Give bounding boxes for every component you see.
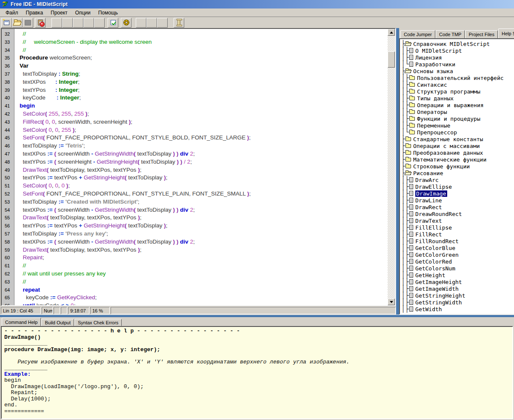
tree-item[interactable]: │├GetImageWidth (401, 285, 514, 292)
tab-project-files[interactable]: Project Files (465, 30, 498, 38)
tree-item[interactable]: │├GetStringWidth (401, 299, 514, 306)
tree-item[interactable]: │├Функции и процедуры (401, 115, 514, 122)
tree-item[interactable]: │├DrawRect (401, 204, 514, 210)
tree-item[interactable]: │├Синтаксис (401, 81, 514, 88)
tree-item[interactable]: │├Структура программы (401, 88, 514, 95)
tree-item[interactable]: │├DrawEllipse (401, 183, 514, 190)
tree-item[interactable]: │├Лицензия (401, 54, 514, 61)
tree-item[interactable]: │├DrawLine (401, 197, 514, 204)
tab-code-tmp[interactable]: Code TMP (436, 30, 465, 38)
tree-connector-lines: ├ (401, 142, 405, 149)
menu-item[interactable]: Файл (2, 9, 22, 17)
tree-item[interactable]: ├Математические функции (401, 156, 514, 163)
tree-item[interactable]: │└Препроцессор (401, 129, 514, 136)
document-icon (409, 252, 413, 257)
code-editor[interactable]: 3233343536373839404142434445464748495051… (1, 28, 396, 306)
code-line: SetFont( FONT_FACE_PROPORTIONAL, FONT_ST… (20, 134, 388, 142)
vertical-splitter[interactable] (396, 28, 399, 315)
tree-item[interactable]: │├GetWidth (401, 306, 514, 312)
tree-item[interactable]: ├Операции с массивами (401, 142, 514, 149)
help-line: Рисуем изображение в буфер экрана. 'X' и… (4, 359, 510, 366)
tree-item[interactable]: │├О MIDletScript (401, 47, 514, 54)
gear-button[interactable] (121, 18, 131, 28)
blank-button[interactable] (62, 18, 73, 28)
blank-button[interactable] (146, 18, 157, 28)
tree-item[interactable]: │├FillRoundRect (401, 238, 514, 244)
tree-item[interactable]: ├Справочник MIDletScript (401, 40, 514, 47)
column-button[interactable] (174, 18, 184, 28)
tree-item[interactable]: ├Строковые функции (401, 163, 514, 170)
tree-item[interactable]: │├Пользовательский интерфейс (401, 74, 514, 81)
menu-item[interactable]: Проект (47, 9, 71, 17)
tab-build-output[interactable]: Build Output (41, 319, 74, 326)
code-line: // (20, 278, 388, 286)
tree-item[interactable]: │├Операции и выражения (401, 102, 514, 108)
tree-item-label: GetColorBlue (415, 245, 455, 251)
tree-item[interactable]: ├Преобразование данных (401, 149, 514, 156)
line-number: 44 (2, 126, 14, 134)
document-icon (409, 211, 413, 216)
tree-item[interactable]: │├GetImageHeight (401, 278, 514, 285)
scroll-up-button[interactable] (388, 29, 395, 36)
help-tree[interactable]: ├Справочник MIDletScript│├О MIDletScript… (399, 38, 514, 315)
tree-item[interactable]: │└Разработчики (401, 61, 514, 68)
tree-item[interactable]: │├GetColorsNum (401, 265, 514, 272)
paste-cancel-button[interactable] (35, 18, 46, 28)
tree-item[interactable]: │├GetHeight (401, 272, 514, 278)
tree-item[interactable]: │├Переменные (401, 122, 514, 129)
blank-button[interactable] (94, 18, 105, 28)
tree-connector-lines: │├ (401, 299, 409, 306)
code-line: textYPos := ( screenHeight - GetStringHe… (20, 158, 388, 166)
code-area[interactable]: // // welcomeScreen - display the wellco… (14, 29, 388, 305)
tree-item[interactable]: │├GetStringHeight (401, 292, 514, 299)
tab-help-script[interactable]: Help Script (498, 28, 514, 38)
folder-open-icon (405, 42, 411, 46)
tree-item[interactable]: │├Операторы (401, 108, 514, 115)
blank-button[interactable] (83, 18, 94, 28)
document-icon (409, 259, 413, 264)
scrollbar-track[interactable] (388, 36, 395, 298)
tree-item[interactable]: │├GetColorRed (401, 258, 514, 265)
line-number: 47 (2, 150, 14, 158)
tree-item[interactable]: │├FillRect (401, 231, 514, 238)
checkbox-button[interactable] (108, 18, 118, 28)
tree-item[interactable]: │├Типы данных (401, 95, 514, 102)
tree-item[interactable]: │├GetColorBlue (401, 244, 514, 251)
save-disabled-button[interactable] (23, 18, 33, 28)
title-bar[interactable]: 7 Free IDE - MIDletScript (0, 0, 514, 9)
tab-code-jumper[interactable]: Code Jumper (400, 30, 435, 38)
tree-item-label: GetColorGreen (415, 252, 459, 258)
tree-item[interactable]: │├DrawArc (401, 176, 514, 183)
menu-item[interactable]: Правка (22, 9, 47, 17)
editor-vertical-scrollbar[interactable] (388, 29, 395, 305)
tree-connector-lines: │├ (401, 74, 409, 81)
tree-item-label: FillEllipse (415, 224, 452, 231)
blank-button[interactable] (157, 18, 168, 28)
tree-connector-lines: │├ (401, 47, 409, 54)
tree-item[interactable]: │├FillEllipse (401, 224, 514, 231)
tab-syntax-chek-errors[interactable]: Syntax Chek Errors (74, 319, 122, 326)
line-number: 64 (2, 286, 14, 294)
tree-connector-lines: ├ (401, 149, 405, 156)
blank-button[interactable] (51, 18, 62, 28)
tree-item[interactable]: ├Рисование (401, 170, 514, 176)
open-file-button[interactable] (12, 18, 23, 28)
code-line: SetFont( FONT_FACE_PROPORTIONAL, FONT_ST… (20, 190, 388, 198)
tree-item-label: Синтаксис (417, 82, 447, 88)
tree-item[interactable]: ├Основы языка (401, 68, 514, 74)
menu-item[interactable]: Помощь (94, 9, 122, 17)
tree-item[interactable]: │├DreawRoundRect (401, 210, 514, 217)
new-file-button[interactable] (1, 18, 12, 28)
blank-button[interactable] (136, 18, 146, 28)
tree-item[interactable]: │├GetColorGreen (401, 251, 514, 258)
tab-command-help[interactable]: Command Help (2, 318, 41, 326)
scroll-down-button[interactable] (388, 298, 395, 305)
menu-item[interactable]: Опции (71, 9, 94, 17)
tree-item[interactable]: │├DrawText (401, 217, 514, 224)
tree-item[interactable]: │├DrawImage (401, 190, 514, 197)
tree-item[interactable]: ├Стандартные константы (401, 136, 514, 142)
blank-button[interactable] (73, 18, 83, 28)
tree-connector-lines: │├ (401, 224, 409, 231)
tree-connector-lines: │├ (401, 292, 409, 299)
scrollbar-thumb[interactable] (388, 51, 395, 68)
